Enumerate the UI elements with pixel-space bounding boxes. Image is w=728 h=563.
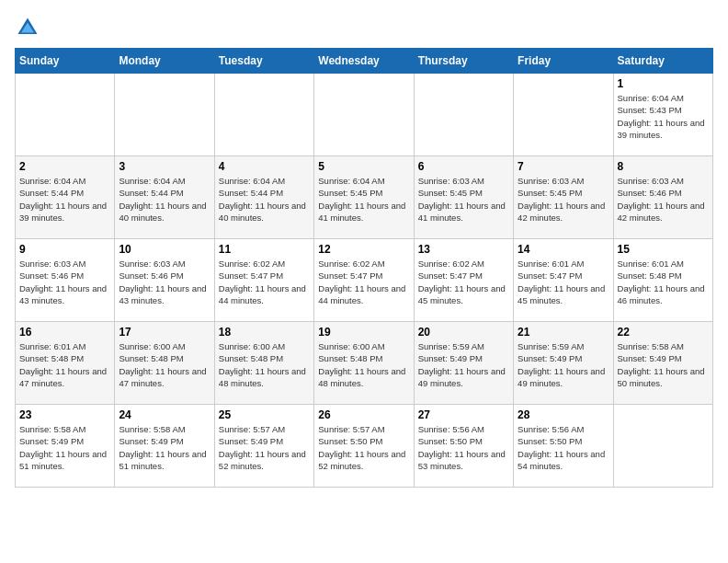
day-number: 25: [219, 408, 310, 421]
calendar-cell: 25Sunrise: 5:57 AM Sunset: 5:49 PM Dayli…: [214, 405, 313, 488]
day-number: 22: [618, 326, 709, 339]
day-info: Sunrise: 6:03 AM Sunset: 5:46 PM Dayligh…: [618, 175, 709, 224]
calendar-cell: 18Sunrise: 6:00 AM Sunset: 5:48 PM Dayli…: [214, 322, 313, 405]
day-number: 24: [119, 408, 210, 421]
calendar-cell: 11Sunrise: 6:02 AM Sunset: 5:47 PM Dayli…: [214, 239, 313, 322]
calendar-cell: 13Sunrise: 6:02 AM Sunset: 5:47 PM Dayli…: [414, 239, 513, 322]
day-number: 14: [518, 243, 609, 256]
day-info: Sunrise: 6:03 AM Sunset: 5:46 PM Dayligh…: [19, 258, 110, 306]
day-info: Sunrise: 5:57 AM Sunset: 5:49 PM Dayligh…: [219, 423, 310, 472]
day-number: 1: [618, 77, 709, 90]
week-row-2: 2Sunrise: 6:04 AM Sunset: 5:44 PM Daylig…: [16, 156, 713, 239]
calendar-cell: [214, 74, 313, 156]
day-info: Sunrise: 6:00 AM Sunset: 5:48 PM Dayligh…: [119, 340, 210, 389]
day-info: Sunrise: 6:03 AM Sunset: 5:45 PM Dayligh…: [418, 175, 509, 224]
calendar-cell: 7Sunrise: 6:03 AM Sunset: 5:45 PM Daylig…: [514, 156, 613, 239]
column-header-tuesday: Tuesday: [214, 49, 313, 74]
calendar-cell: 22Sunrise: 5:58 AM Sunset: 5:49 PM Dayli…: [613, 322, 712, 405]
calendar-cell: 16Sunrise: 6:01 AM Sunset: 5:48 PM Dayli…: [16, 322, 115, 405]
calendar-cell: 4Sunrise: 6:04 AM Sunset: 5:44 PM Daylig…: [214, 156, 313, 239]
week-row-4: 16Sunrise: 6:01 AM Sunset: 5:48 PM Dayli…: [16, 322, 713, 405]
day-number: 28: [518, 408, 609, 421]
day-number: 20: [418, 326, 509, 339]
calendar-cell: [613, 405, 712, 488]
column-header-saturday: Saturday: [613, 49, 712, 74]
calendar-cell: [514, 74, 613, 156]
calendar-cell: 21Sunrise: 5:59 AM Sunset: 5:49 PM Dayli…: [514, 322, 613, 405]
calendar-cell: 8Sunrise: 6:03 AM Sunset: 5:46 PM Daylig…: [613, 156, 712, 239]
column-header-thursday: Thursday: [414, 49, 513, 74]
day-number: 26: [318, 408, 409, 421]
day-info: Sunrise: 6:01 AM Sunset: 5:47 PM Dayligh…: [518, 258, 609, 306]
day-info: Sunrise: 6:00 AM Sunset: 5:48 PM Dayligh…: [219, 340, 310, 389]
calendar-cell: 14Sunrise: 6:01 AM Sunset: 5:47 PM Dayli…: [514, 239, 613, 322]
day-number: 13: [418, 243, 509, 256]
calendar-cell: 3Sunrise: 6:04 AM Sunset: 5:44 PM Daylig…: [115, 156, 214, 239]
header: [15, 15, 713, 40]
day-info: Sunrise: 6:04 AM Sunset: 5:44 PM Dayligh…: [19, 175, 110, 224]
day-number: 3: [119, 160, 210, 173]
calendar-cell: 27Sunrise: 5:56 AM Sunset: 5:50 PM Dayli…: [414, 405, 513, 488]
calendar-cell: 28Sunrise: 5:56 AM Sunset: 5:50 PM Dayli…: [514, 405, 613, 488]
day-info: Sunrise: 6:04 AM Sunset: 5:43 PM Dayligh…: [618, 92, 709, 141]
week-row-1: 1Sunrise: 6:04 AM Sunset: 5:43 PM Daylig…: [16, 74, 713, 156]
week-row-5: 23Sunrise: 5:58 AM Sunset: 5:49 PM Dayli…: [16, 405, 713, 488]
calendar-cell: [314, 74, 414, 156]
day-info: Sunrise: 6:03 AM Sunset: 5:46 PM Dayligh…: [119, 258, 210, 306]
calendar-cell: 10Sunrise: 6:03 AM Sunset: 5:46 PM Dayli…: [115, 239, 214, 322]
day-number: 7: [518, 160, 609, 173]
calendar-cell: 23Sunrise: 5:58 AM Sunset: 5:49 PM Dayli…: [16, 405, 115, 488]
week-row-3: 9Sunrise: 6:03 AM Sunset: 5:46 PM Daylig…: [16, 239, 713, 322]
day-info: Sunrise: 6:00 AM Sunset: 5:48 PM Dayligh…: [318, 340, 409, 389]
calendar-cell: 26Sunrise: 5:57 AM Sunset: 5:50 PM Dayli…: [314, 405, 414, 488]
day-number: 6: [418, 160, 509, 173]
day-number: 15: [618, 243, 709, 256]
calendar-cell: 20Sunrise: 5:59 AM Sunset: 5:49 PM Dayli…: [414, 322, 513, 405]
day-number: 9: [19, 243, 110, 256]
day-info: Sunrise: 5:59 AM Sunset: 5:49 PM Dayligh…: [518, 340, 609, 389]
column-header-monday: Monday: [115, 49, 214, 74]
day-number: 11: [219, 243, 310, 256]
day-number: 5: [318, 160, 409, 173]
day-number: 10: [119, 243, 210, 256]
logo-icon: [15, 15, 40, 40]
day-number: 16: [19, 326, 110, 339]
day-number: 23: [19, 408, 110, 421]
calendar-cell: [414, 74, 513, 156]
day-info: Sunrise: 6:04 AM Sunset: 5:44 PM Dayligh…: [119, 175, 210, 224]
calendar-cell: 12Sunrise: 6:02 AM Sunset: 5:47 PM Dayli…: [314, 239, 414, 322]
day-number: 27: [418, 408, 509, 421]
calendar-header-row: SundayMondayTuesdayWednesdayThursdayFrid…: [16, 49, 713, 74]
day-number: 19: [318, 326, 409, 339]
day-info: Sunrise: 6:02 AM Sunset: 5:47 PM Dayligh…: [318, 258, 409, 306]
calendar-cell: 2Sunrise: 6:04 AM Sunset: 5:44 PM Daylig…: [16, 156, 115, 239]
calendar-cell: 9Sunrise: 6:03 AM Sunset: 5:46 PM Daylig…: [16, 239, 115, 322]
day-info: Sunrise: 6:02 AM Sunset: 5:47 PM Dayligh…: [418, 258, 509, 306]
column-header-sunday: Sunday: [16, 49, 115, 74]
column-header-wednesday: Wednesday: [314, 49, 414, 74]
calendar: SundayMondayTuesdayWednesdayThursdayFrid…: [15, 48, 713, 488]
day-info: Sunrise: 6:04 AM Sunset: 5:45 PM Dayligh…: [318, 175, 409, 224]
calendar-cell: 5Sunrise: 6:04 AM Sunset: 5:45 PM Daylig…: [314, 156, 414, 239]
day-info: Sunrise: 5:57 AM Sunset: 5:50 PM Dayligh…: [318, 423, 409, 472]
day-number: 18: [219, 326, 310, 339]
day-number: 8: [618, 160, 709, 173]
day-number: 21: [518, 326, 609, 339]
day-info: Sunrise: 6:01 AM Sunset: 5:48 PM Dayligh…: [618, 258, 709, 306]
day-info: Sunrise: 6:03 AM Sunset: 5:45 PM Dayligh…: [518, 175, 609, 224]
logo: [15, 15, 44, 40]
calendar-cell: 24Sunrise: 5:58 AM Sunset: 5:49 PM Dayli…: [115, 405, 214, 488]
day-info: Sunrise: 6:02 AM Sunset: 5:47 PM Dayligh…: [219, 258, 310, 306]
day-number: 12: [318, 243, 409, 256]
day-info: Sunrise: 5:58 AM Sunset: 5:49 PM Dayligh…: [19, 423, 110, 472]
day-info: Sunrise: 6:04 AM Sunset: 5:44 PM Dayligh…: [219, 175, 310, 224]
day-info: Sunrise: 5:58 AM Sunset: 5:49 PM Dayligh…: [618, 340, 709, 389]
day-info: Sunrise: 5:59 AM Sunset: 5:49 PM Dayligh…: [418, 340, 509, 389]
calendar-cell: 17Sunrise: 6:00 AM Sunset: 5:48 PM Dayli…: [115, 322, 214, 405]
calendar-cell: 19Sunrise: 6:00 AM Sunset: 5:48 PM Dayli…: [314, 322, 414, 405]
calendar-cell: 6Sunrise: 6:03 AM Sunset: 5:45 PM Daylig…: [414, 156, 513, 239]
day-info: Sunrise: 5:56 AM Sunset: 5:50 PM Dayligh…: [418, 423, 509, 472]
day-info: Sunrise: 5:58 AM Sunset: 5:49 PM Dayligh…: [119, 423, 210, 472]
day-info: Sunrise: 6:01 AM Sunset: 5:48 PM Dayligh…: [19, 340, 110, 389]
day-number: 2: [19, 160, 110, 173]
